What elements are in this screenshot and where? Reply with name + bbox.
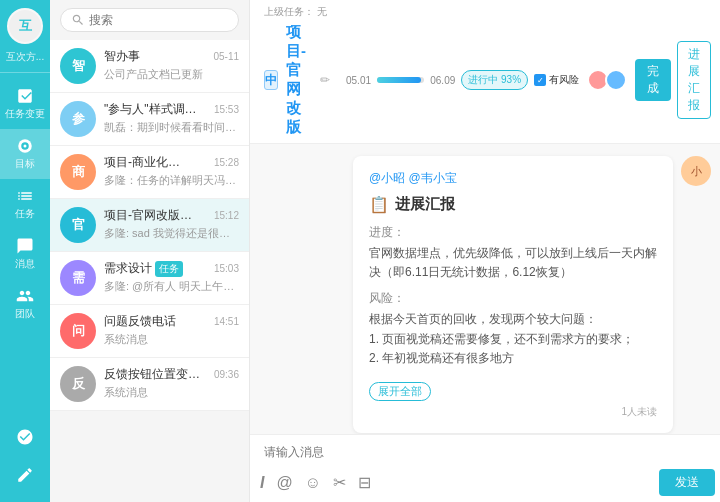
chat-info: "参与人"样式调整任务 15:53 凯磊：期到时候看看时间，来得及再说 [104,101,239,135]
chat-time: 15:12 [214,210,239,221]
chat-item-website[interactable]: 官 项目-官网改版任务 15:12 多隆: sad 我觉得还是很需要这种... [50,199,249,252]
chat-preview: 多隆: sad 我觉得还是很需要这种... [104,226,239,241]
chat-info: 项目-官网改版任务 15:12 多隆: sad 我觉得还是很需要这种... [104,207,239,241]
progress-end-date: 06.09 [430,75,455,86]
chat-name: 需求设计任务 [104,260,183,277]
chat-name: 项目-商业化支持-免费策...任务 [104,154,189,171]
settings-icon [14,426,36,448]
chat-name: 项目-官网改版任务 [104,207,204,224]
sidebar-item-tasks-change[interactable]: 任务变更 [0,79,50,129]
scissors-icon[interactable]: ✂ [333,473,346,492]
report-sender-avatar: 小 [681,156,711,186]
chat-avatar: 需 [60,260,96,296]
report-header: @小昭 @韦小宝 [369,170,657,187]
messages-icon [14,235,36,257]
sidebar-item-messages[interactable]: 消息 [0,229,50,279]
progress-text: 官网数据埋点，优先级降低，可以放到上线后一天内解决（即6.11日无统计数据，6.… [369,244,657,282]
chat-info: 智办事 05-11 公司产品文档已更新 [104,48,239,82]
report-row: @小昭 @韦小宝 📋 进展汇报 进度： 官网数据埋点，优先级降低，可以放到上线后… [264,156,711,433]
chat-avatar: 问 [60,313,96,349]
sidebar-item-tasks[interactable]: 任务 [0,179,50,229]
unread-hint: 1人未读 [369,405,657,419]
message-input[interactable] [250,435,720,465]
report-mention: @小昭 @韦小宝 [369,170,457,187]
progress-label: 进度： [369,224,657,241]
risk-check-icon [534,74,546,86]
chat-topbar: 上级任务： 无 中 项目-官网改版 ✏ 05.01 06.09 进行中 93% … [250,0,720,144]
avatar[interactable]: 互 [7,8,43,44]
chat-main: 上级任务： 无 中 项目-官网改版 ✏ 05.01 06.09 进行中 93% … [250,0,720,502]
progress-start-date: 05.01 [346,75,371,86]
chat-avatar: 反 [60,366,96,402]
chat-info: 项目-商业化支持-免费策...任务 15:28 多隆：任务的详解明天冯启自己拆解… [104,154,239,188]
report-button[interactable]: 进展汇报 [677,41,711,119]
chat-avatar: 参 [60,101,96,137]
report-title: 进展汇报 [395,195,455,214]
edit-icon [14,464,36,486]
messages-area: @小昭 @韦小宝 📋 进展汇报 进度： 官网数据埋点，优先级降低，可以放到上线后… [250,144,720,434]
chat-name: 反馈按钮位置变更指标 [104,366,204,383]
emoji-icon[interactable]: ☺ [305,474,321,492]
tasks-change-label: 任务变更 [5,107,45,121]
chat-name: 问题反馈电话 [104,313,176,330]
sidebar-item-edit[interactable] [0,458,50,492]
team-icon [14,285,36,307]
search-bar [50,0,249,40]
chat-avatar: 商 [60,154,96,190]
chat-item-feedback-phone[interactable]: 问 问题反馈电话 14:51 系统消息 [50,305,249,358]
attachment-icon[interactable]: ⊟ [358,473,371,492]
sidebar-item-target[interactable]: 目标 [0,129,50,179]
chat-item-biz[interactable]: 商 项目-商业化支持-免费策...任务 15:28 多隆：任务的详解明天冯启自己… [50,146,249,199]
edit-icon[interactable]: ✏ [320,73,330,87]
chat-item-design[interactable]: 需 需求设计任务 15:03 多隆: @所有人 明天上午完成测试... [50,252,249,305]
topbar-title-row: 中 项目-官网改版 ✏ 05.01 06.09 进行中 93% 有风险 [264,19,711,143]
risk-checkbox[interactable]: 有风险 [534,73,579,87]
search-input[interactable] [89,13,228,27]
chat-list-panel: 智 智办事 05-11 公司产品文档已更新 参 "参与人"样式调整任务 15:5… [50,0,250,502]
topbar-buttons: 完成 进展汇报 [635,41,711,119]
input-area: I @ ☺ ✂ ⊟ 发送 [250,434,720,502]
complete-button[interactable]: 完成 [635,59,671,101]
report-doc-icon: 📋 [369,195,389,214]
member-avatar-2 [605,69,627,91]
report-progress-section: 进度： 官网数据埋点，优先级降低，可以放到上线后一天内解决（即6.11日无统计数… [369,224,657,282]
progress-track [377,77,424,83]
search-wrap[interactable] [60,8,239,32]
chat-time: 05-11 [213,51,239,62]
sidebar-bottom [0,420,50,502]
mention-icon[interactable]: @ [276,474,292,492]
chat-item-canyu[interactable]: 参 "参与人"样式调整任务 15:53 凯磊：期到时候看看时间，来得及再说 [50,93,249,146]
status-badge: 进行中 93% [461,70,528,90]
chat-preview: 多隆: @所有人 明天上午完成测试... [104,279,239,294]
sidebar-item-team[interactable]: 团队 [0,279,50,329]
chat-info: 需求设计任务 15:03 多隆: @所有人 明天上午完成测试... [104,260,239,294]
report-title-row: 📋 进展汇报 [369,195,657,214]
chat-preview: 系统消息 [104,332,239,347]
risk-label: 风险： [369,290,657,307]
user-label: 互次方... [6,50,44,64]
topbar-avatars [591,69,627,91]
sidebar-item-settings[interactable] [0,420,50,454]
tasks-icon [14,185,36,207]
chat-avatar: 官 [60,207,96,243]
chat-preview: 系统消息 [104,385,239,400]
format-icon[interactable]: I [260,474,264,492]
chat-item-feedback-btn[interactable]: 反 反馈按钮位置变更指标 09:36 系统消息 [50,358,249,411]
chat-time: 15:03 [214,263,239,274]
chat-item-zhidongshi[interactable]: 智 智办事 05-11 公司产品文档已更新 [50,40,249,93]
progress-fill [377,77,421,83]
sidebar-nav: 互 互次方... 任务变更 目标 任务 消息 团队 [0,0,50,502]
send-button[interactable]: 发送 [659,469,715,496]
chat-preview: 凯磊：期到时候看看时间，来得及再说 [104,120,239,135]
risk-text: 根据今天首页的回收，发现两个较大问题： 1. 页面视觉稿还需要修复，还不到需求方… [369,310,657,368]
chat-info: 反馈按钮位置变更指标 09:36 系统消息 [104,366,239,400]
expand-button[interactable]: 展开全部 [369,382,431,401]
chat-name: 智办事 [104,48,140,65]
target-badge: 指标 [203,367,204,383]
chat-preview: 多隆：任务的详解明天冯启自己拆解... [104,173,239,188]
input-toolbar: I @ ☺ ✂ ⊟ 发送 [250,465,720,502]
chat-info: 问题反馈电话 14:51 系统消息 [104,313,239,347]
svg-point-2 [24,145,27,148]
project-name: 项目-官网改版 [286,23,312,137]
chat-avatar: 智 [60,48,96,84]
